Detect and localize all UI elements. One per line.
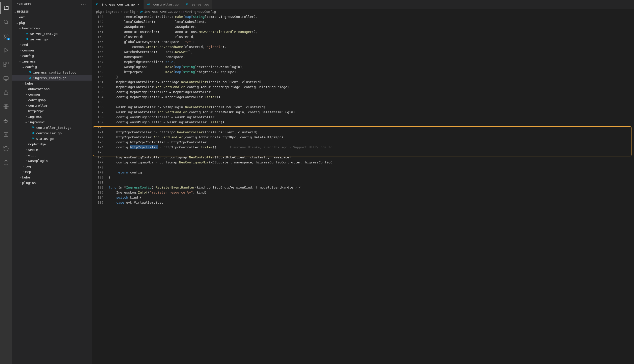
breadcrumb-segment[interactable]: config xyxy=(123,10,135,14)
breadcrumb-segment[interactable]: ingress xyxy=(106,10,119,14)
code-line[interactable]: http2rpcController := http2rpc.NewContro… xyxy=(108,130,634,135)
editor-tab[interactable]: GOcontroller.go xyxy=(144,0,182,9)
code-line[interactable]: config.wasmPluginLister = wasmPluginCont… xyxy=(108,120,634,125)
folder-item[interactable]: ⌄kube xyxy=(12,81,92,86)
code-line[interactable] xyxy=(108,180,634,185)
folder-item[interactable]: ›out xyxy=(12,14,92,20)
code-line[interactable]: return config xyxy=(108,170,634,175)
code-line[interactable]: switch kind { xyxy=(108,195,634,200)
cloud-icon[interactable] xyxy=(0,100,12,112)
remote-icon[interactable] xyxy=(0,72,12,84)
breadcrumb-segment[interactable]: pkg xyxy=(96,10,102,14)
breadcrumb-segment[interactable]: GOingress_config.go xyxy=(139,10,178,14)
folder-item[interactable]: ›common xyxy=(12,92,92,97)
search-icon[interactable] xyxy=(0,16,12,28)
settings-sync-icon[interactable] xyxy=(0,129,12,141)
code-line[interactable]: } xyxy=(108,175,634,180)
editor-tab[interactable]: GOingress_config.go× xyxy=(92,0,144,9)
folder-item[interactable]: ⌄ingress xyxy=(12,58,92,64)
code-line[interactable]: http2rpcs: make(map[string]*higressv1.Ht… xyxy=(108,70,634,75)
file-item[interactable]: GOserver.go xyxy=(12,36,92,42)
editor-tab[interactable]: GOserver.go xyxy=(182,0,212,9)
file-item[interactable]: GOcontroller.go xyxy=(12,130,92,136)
code-line[interactable]: mcpbridgeController := mcpbridge.NewCont… xyxy=(108,80,634,85)
code-line[interactable]: common.CreateConvertedName(clusterId, "g… xyxy=(108,44,634,49)
go-file-icon: GO xyxy=(25,37,29,41)
code-line[interactable]: config.http2rpcController = http2rpcCont… xyxy=(108,140,634,145)
debug-icon[interactable] xyxy=(0,44,12,56)
file-item[interactable]: GOcontroller_test.go xyxy=(12,125,92,130)
code-line[interactable]: config.mcpbridgeController = mcpbridgeCo… xyxy=(108,90,634,95)
code-line[interactable]: config.wasmPluginController = wasmPlugin… xyxy=(108,115,634,120)
code-editor[interactable]: 1481491501511521531541551561571581591601… xyxy=(92,14,634,364)
code-line[interactable]: func (m *IngressConfig) RegisterEventHan… xyxy=(108,185,634,190)
folder-item[interactable]: ›log xyxy=(12,163,92,169)
code-line[interactable]: namespace: namespace, xyxy=(108,54,634,59)
docker-icon[interactable] xyxy=(0,114,12,127)
folder-item[interactable]: ›config xyxy=(12,53,92,58)
breadcrumb-segment[interactable]: ⬚NewIngressConfig xyxy=(182,10,216,14)
code-line[interactable] xyxy=(108,100,634,105)
code-line[interactable]: config.configmapMgr = configmap.NewConfi… xyxy=(108,160,634,165)
file-item[interactable]: GOingress_config_test.go xyxy=(12,70,92,75)
code-line[interactable]: watchedSecretSet: sets.NewSet(), xyxy=(108,49,634,54)
code-line[interactable] xyxy=(108,125,634,130)
file-item[interactable]: GOserver_test.go xyxy=(12,31,92,36)
code-line[interactable]: wasmPluginController.AddEventHandler(con… xyxy=(108,110,634,115)
folder-item[interactable]: ›controller xyxy=(12,103,92,108)
code-line[interactable]: } xyxy=(108,75,634,80)
folder-item[interactable]: ›mcp xyxy=(12,169,92,174)
code-content[interactable]: remoteIngressControllers: make(map[strin… xyxy=(108,14,634,364)
code-line[interactable]: clusterId: clusterId, xyxy=(108,34,634,39)
source-control-icon[interactable]: 2 xyxy=(0,30,12,42)
activity-bar: 2 xyxy=(0,0,12,364)
code-line[interactable]: IngressLog.Infof("register resource %v",… xyxy=(108,190,634,195)
code-line[interactable]: wasmPluginController := wasmplugin.NewCo… xyxy=(108,105,634,110)
testing-icon[interactable] xyxy=(0,86,12,98)
code-line[interactable]: http2rpcController.AddEventHandler(confi… xyxy=(108,135,634,140)
folder-item[interactable]: ⌄ingressv1 xyxy=(12,119,92,125)
folder-item[interactable]: ⌄bootstrap xyxy=(12,25,92,31)
folder-item[interactable]: ›util xyxy=(12,152,92,158)
line-number: 163 xyxy=(92,90,103,95)
folder-item[interactable]: ›kube xyxy=(12,174,92,180)
folder-item[interactable]: ›secret xyxy=(12,147,92,152)
explorer-icon[interactable] xyxy=(0,2,12,14)
code-line[interactable]: mcpbridgeReconciled: true, xyxy=(108,59,634,65)
code-line[interactable]: higressConfigController := configmap.New… xyxy=(108,155,634,160)
folder-item[interactable]: ›wasmplugin xyxy=(12,158,92,163)
svg-point-0 xyxy=(4,20,8,24)
code-line[interactable] xyxy=(108,165,634,170)
breadcrumb[interactable]: pkg›ingress›config›GOingress_config.go›⬚… xyxy=(92,9,634,14)
close-icon[interactable]: × xyxy=(136,3,140,6)
code-line[interactable]: remoteIngressControllers: make(map[strin… xyxy=(108,14,634,19)
code-line[interactable]: config.mcpbridgeLister = mcpbridgeContro… xyxy=(108,95,634,100)
workspace-section[interactable]: ⌄ HIGRESS xyxy=(12,9,92,14)
code-line[interactable]: config.http2rpcLister = http2rpcControll… xyxy=(108,145,634,150)
code-line[interactable]: mcpbridgeController.AddEventHandler(conf… xyxy=(108,85,634,90)
folder-item[interactable]: ⌄pkg xyxy=(12,20,92,25)
code-line[interactable] xyxy=(108,150,634,155)
extensions-icon[interactable] xyxy=(0,58,12,70)
folder-item[interactable]: ›plugins xyxy=(12,180,92,186)
folder-item[interactable]: ›configmap xyxy=(12,97,92,103)
folder-item[interactable]: ⌄config xyxy=(12,64,92,70)
line-number: 178 xyxy=(92,165,103,170)
folder-item[interactable]: ›ingress xyxy=(12,114,92,119)
file-item[interactable]: GOingress_config.go xyxy=(12,75,92,81)
folder-item[interactable]: ›annotations xyxy=(12,86,92,92)
file-item[interactable]: GOstatus.go xyxy=(12,136,92,141)
code-line[interactable]: XDSUpdater: XDSUpdater, xyxy=(108,24,634,29)
hexagon-icon[interactable] xyxy=(0,157,12,169)
folder-item[interactable]: ›cmd xyxy=(12,42,92,47)
folder-item[interactable]: ›http2rpc xyxy=(12,108,92,114)
code-line[interactable]: wasmplugins: make(map[string]*extensions… xyxy=(108,65,634,70)
code-line[interactable]: case gvk.VirtualService: xyxy=(108,200,634,205)
folder-item[interactable]: ›mcpbridge xyxy=(12,141,92,147)
more-icon[interactable]: ··· xyxy=(81,3,87,6)
code-line[interactable]: localKubeClient: localKubeClient, xyxy=(108,19,634,24)
code-line[interactable]: globalGatewayName: namespace + "/" + xyxy=(108,39,634,44)
refresh-icon[interactable] xyxy=(0,143,12,155)
code-line[interactable]: annotationHandler: annotations.NewAnnota… xyxy=(108,29,634,34)
folder-item[interactable]: ›common xyxy=(12,47,92,53)
